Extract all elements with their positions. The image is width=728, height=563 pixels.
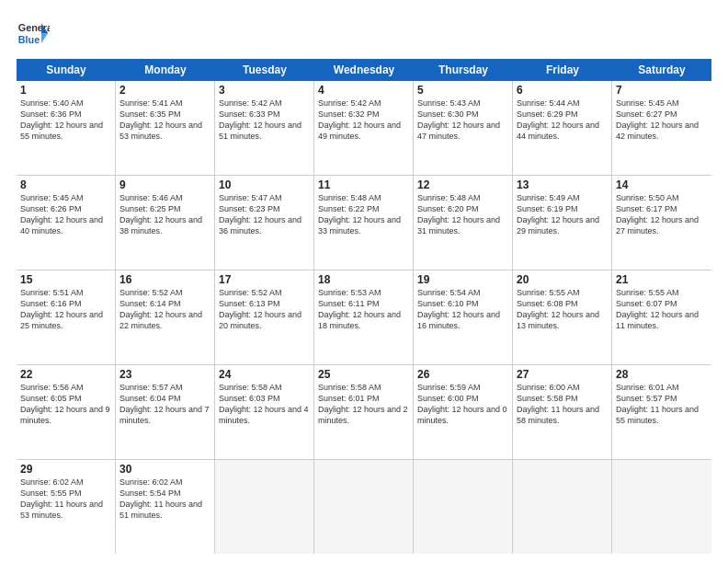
day-number: 28 [616,368,708,381]
day-number: 26 [417,368,508,381]
day-number: 29 [20,463,111,476]
calendar-cell: 26Sunrise: 5:59 AMSunset: 6:00 PMDayligh… [414,365,513,459]
day-info: Sunrise: 5:47 AMSunset: 6:23 PMDaylight:… [219,192,310,237]
day-info: Sunrise: 5:56 AMSunset: 6:05 PMDaylight:… [20,382,111,427]
day-info: Sunrise: 6:00 AMSunset: 5:58 PMDaylight:… [517,382,608,427]
calendar: SundayMondayTuesdayWednesdayThursdayFrid… [17,59,711,554]
day-info: Sunrise: 6:02 AMSunset: 5:54 PMDaylight:… [119,477,210,522]
weekday-header-sunday: Sunday [17,59,116,81]
day-number: 17 [219,273,310,286]
calendar-cell: 27Sunrise: 6:00 AMSunset: 5:58 PMDayligh… [513,365,612,459]
day-info: Sunrise: 6:01 AMSunset: 5:57 PMDaylight:… [616,382,708,427]
day-info: Sunrise: 5:43 AMSunset: 6:30 PMDaylight:… [417,98,508,143]
day-number: 11 [318,178,409,191]
calendar-cell: 11Sunrise: 5:48 AMSunset: 6:22 PMDayligh… [314,176,414,270]
weekday-header-saturday: Saturday [612,59,711,81]
day-info: Sunrise: 5:48 AMSunset: 6:20 PMDaylight:… [417,192,508,237]
day-number: 15 [20,273,111,286]
calendar-row-4: 22Sunrise: 5:56 AMSunset: 6:05 PMDayligh… [17,365,711,460]
day-number: 12 [417,178,508,191]
calendar-cell: 8Sunrise: 5:45 AMSunset: 6:26 PMDaylight… [17,176,116,270]
calendar-cell: 30Sunrise: 6:02 AMSunset: 5:54 PMDayligh… [116,460,215,554]
day-number: 4 [318,84,409,97]
day-number: 20 [517,273,608,286]
day-info: Sunrise: 5:45 AMSunset: 6:27 PMDaylight:… [616,98,708,143]
day-info: Sunrise: 5:48 AMSunset: 6:22 PMDaylight:… [318,192,409,237]
day-number: 16 [119,273,210,286]
calendar-cell: 7Sunrise: 5:45 AMSunset: 6:27 PMDaylight… [612,81,711,175]
day-info: Sunrise: 5:50 AMSunset: 6:17 PMDaylight:… [616,192,708,237]
day-info: Sunrise: 5:55 AMSunset: 6:07 PMDaylight:… [616,287,708,332]
day-number: 27 [517,368,608,381]
day-number: 21 [616,273,708,286]
day-info: Sunrise: 5:53 AMSunset: 6:11 PMDaylight:… [318,287,409,332]
calendar-cell: 5Sunrise: 5:43 AMSunset: 6:30 PMDaylight… [414,81,513,175]
calendar-cell: 2Sunrise: 5:41 AMSunset: 6:35 PMDaylight… [116,81,215,175]
calendar-cell: 25Sunrise: 5:58 AMSunset: 6:01 PMDayligh… [314,365,414,459]
svg-text:Blue: Blue [18,34,40,45]
calendar-cell [215,460,314,554]
day-number: 9 [119,178,210,191]
day-info: Sunrise: 5:44 AMSunset: 6:29 PMDaylight:… [517,98,608,143]
calendar-cell: 18Sunrise: 5:53 AMSunset: 6:11 PMDayligh… [314,270,414,364]
calendar-cell [314,460,414,554]
day-info: Sunrise: 5:51 AMSunset: 6:16 PMDaylight:… [20,287,111,332]
day-info: Sunrise: 5:52 AMSunset: 6:13 PMDaylight:… [219,287,310,332]
calendar-row-3: 15Sunrise: 5:51 AMSunset: 6:16 PMDayligh… [17,270,711,365]
calendar-cell [513,460,612,554]
calendar-cell: 6Sunrise: 5:44 AMSunset: 6:29 PMDaylight… [513,81,612,175]
calendar-row-1: 1Sunrise: 5:40 AMSunset: 6:36 PMDaylight… [17,81,711,176]
calendar-cell: 15Sunrise: 5:51 AMSunset: 6:16 PMDayligh… [17,270,116,364]
calendar-cell: 24Sunrise: 5:58 AMSunset: 6:03 PMDayligh… [215,365,314,459]
day-info: Sunrise: 5:40 AMSunset: 6:36 PMDaylight:… [20,98,111,143]
day-info: Sunrise: 5:42 AMSunset: 6:33 PMDaylight:… [219,98,310,143]
calendar-cell: 9Sunrise: 5:46 AMSunset: 6:25 PMDaylight… [116,176,215,270]
day-info: Sunrise: 5:41 AMSunset: 6:35 PMDaylight:… [119,98,210,143]
calendar-header: SundayMondayTuesdayWednesdayThursdayFrid… [17,59,711,81]
weekday-header-wednesday: Wednesday [314,59,414,81]
calendar-cell: 12Sunrise: 5:48 AMSunset: 6:20 PMDayligh… [414,176,513,270]
weekday-header-friday: Friday [513,59,612,81]
day-number: 10 [219,178,310,191]
header: General Blue [17,17,711,50]
day-info: Sunrise: 5:58 AMSunset: 6:01 PMDaylight:… [318,382,409,427]
day-info: Sunrise: 5:45 AMSunset: 6:26 PMDaylight:… [20,192,111,237]
calendar-cell: 14Sunrise: 5:50 AMSunset: 6:17 PMDayligh… [612,176,711,270]
day-info: Sunrise: 5:46 AMSunset: 6:25 PMDaylight:… [119,192,210,237]
calendar-cell: 28Sunrise: 6:01 AMSunset: 5:57 PMDayligh… [612,365,711,459]
calendar-cell: 21Sunrise: 5:55 AMSunset: 6:07 PMDayligh… [612,270,711,364]
day-info: Sunrise: 5:57 AMSunset: 6:04 PMDaylight:… [119,382,210,427]
day-number: 8 [20,178,111,191]
calendar-cell: 16Sunrise: 5:52 AMSunset: 6:14 PMDayligh… [116,270,215,364]
day-number: 30 [119,463,210,476]
svg-marker-3 [41,33,48,43]
calendar-cell: 1Sunrise: 5:40 AMSunset: 6:36 PMDaylight… [17,81,116,175]
day-info: Sunrise: 6:02 AMSunset: 5:55 PMDaylight:… [20,477,111,522]
page: General Blue SundayMondayTuesdayWednesda… [0,0,728,563]
day-number: 14 [616,178,708,191]
day-info: Sunrise: 5:49 AMSunset: 6:19 PMDaylight:… [517,192,608,237]
calendar-cell: 22Sunrise: 5:56 AMSunset: 6:05 PMDayligh… [17,365,116,459]
weekday-header-tuesday: Tuesday [215,59,314,81]
day-number: 19 [417,273,508,286]
day-number: 2 [119,84,210,97]
calendar-cell: 10Sunrise: 5:47 AMSunset: 6:23 PMDayligh… [215,176,314,270]
calendar-cell [414,460,513,554]
day-number: 22 [20,368,111,381]
day-number: 23 [119,368,210,381]
calendar-row-5: 29Sunrise: 6:02 AMSunset: 5:55 PMDayligh… [17,460,711,554]
day-info: Sunrise: 5:54 AMSunset: 6:10 PMDaylight:… [417,287,508,332]
day-number: 18 [318,273,409,286]
day-number: 6 [517,84,608,97]
calendar-row-2: 8Sunrise: 5:45 AMSunset: 6:26 PMDaylight… [17,176,711,270]
calendar-cell: 19Sunrise: 5:54 AMSunset: 6:10 PMDayligh… [414,270,513,364]
day-number: 25 [318,368,409,381]
day-info: Sunrise: 5:42 AMSunset: 6:32 PMDaylight:… [318,98,409,143]
logo: General Blue [17,17,50,50]
day-number: 3 [219,84,310,97]
logo-icon: General Blue [17,17,50,50]
day-info: Sunrise: 5:55 AMSunset: 6:08 PMDaylight:… [517,287,608,332]
weekday-header-monday: Monday [116,59,215,81]
weekday-header-thursday: Thursday [414,59,513,81]
day-number: 24 [219,368,310,381]
